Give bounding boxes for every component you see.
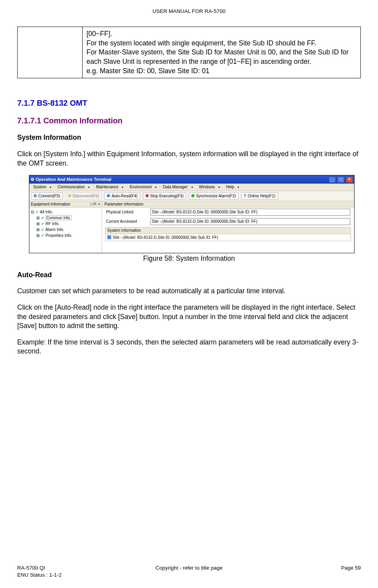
window-title: Operation And Maintenance Terminal [36,177,112,182]
physical-linked-label: Physical Linked [106,209,147,215]
right-pane-title: Parameter Information [102,201,354,208]
footer-doc-id: RA-5700 QI [17,565,61,572]
minimize-icon[interactable]: _ [329,177,336,183]
physical-linked-value[interactable]: Site --(Model: BS-8132-D,Site ID: 000000… [150,209,350,216]
heading-topic: System Information [17,133,361,142]
help-icon: ? [244,193,246,199]
tree-properties-info[interactable]: ⊞ ✔ Properties Info. [31,233,100,238]
connect-button[interactable]: Connect(F5) [31,192,63,200]
right-pane: Parameter Information Physical Linked Si… [102,201,354,253]
current-accessed-value[interactable]: Site --(Model: BS-8132-D,Site ID: 000000… [150,218,350,225]
window-titlebar[interactable]: ⚙ Operation And Maintenance Terminal _ □… [29,175,354,184]
heading-section: 7.1.7 BS-8132 OMT [17,98,361,108]
menu-windows[interactable]: Windows ▾ [197,184,222,190]
online-help-button[interactable]: ?Online Help(F1) [241,192,278,200]
table-content-cell: [00~FF]. For the system located with sin… [83,27,361,78]
paragraph: Customer can set which parameters to be … [17,287,361,296]
paragraph: Click on the [Auto-Read] node in the rig… [17,303,361,331]
connect-icon [34,194,37,197]
system-information-row[interactable]: Site --(Model: BS-8132-D,Site ID: 000000… [105,234,351,242]
paragraph: Example: If the time interval is 3 secon… [17,338,361,356]
left-pane: Equipment Information □ ⇱ × ⊟ ✔ All Info… [29,201,102,253]
embedded-screenshot: ⚙ Operation And Maintenance Terminal _ □… [29,175,355,253]
synchronize-alarm-button[interactable]: Synchronize Alarm(F2) [189,192,239,200]
equipment-tree: ⊟ ✔ All Info. ⊞ ✔ Common Info. ⊞ ✔ RF In… [29,207,102,240]
heading-topic: Auto-Read [17,271,361,280]
figure-caption: Figure 58: System Information [17,254,361,263]
left-pane-header: Equipment Information □ ⇱ × [29,201,102,208]
current-accessed-row: Current Accessed Site --(Model: BS-8132-… [102,217,354,226]
app-icon: ⚙ Operation And Maintenance Terminal [31,177,112,182]
heading-subsection: 7.1.7.1 Common Information [17,115,361,126]
table-label-cell [18,27,83,78]
footer-status: ENU Status : 1-1-2 [17,572,61,579]
tree-alarm-info[interactable]: ⊞ ✔ Alarm Info. [31,227,100,233]
footer-copyright: Copyright - refer to title page [17,565,361,572]
footer-left: RA-5700 QI ENU Status : 1-1-2 [17,565,61,579]
content-panes: Equipment Information □ ⇱ × ⊟ ✔ All Info… [29,201,354,253]
menu-bar: System ▾ Communication ▾ Maintenance ▾ E… [29,184,354,191]
stop-icon [146,194,149,197]
menu-maintenance[interactable]: Maintenance ▾ [94,184,126,190]
document-page: USER MANUAL FOR RA-5700 [00~FF]. For the… [0,0,378,588]
physical-linked-row: Physical Linked Site --(Model: BS-8132-D… [102,207,354,217]
site-icon [107,235,111,239]
page-header: USER MANUAL FOR RA-5700 [17,8,361,15]
menu-system[interactable]: System ▾ [31,184,54,190]
auto-read-button[interactable]: Auto-Read(F4) [104,192,140,200]
tree-root[interactable]: ⊟ ✔ All Info. [31,209,100,215]
disconnect-icon [68,194,71,197]
tree-common-info[interactable]: ⊞ ✔ Common Info. [31,215,100,221]
toolbar: Connect(F5) Disconnect(F6) Auto-Read(F4)… [29,191,354,201]
menu-help[interactable]: Help ▾ [224,184,241,190]
stop-executing-button[interactable]: Stop Executing(F3) [143,192,187,200]
close-icon[interactable]: × [346,177,353,183]
menu-data-manager[interactable]: Data Manager ▾ [160,184,195,190]
auto-read-icon [107,194,110,197]
tree-rf-info[interactable]: ⊞ ✔ RF Info. [31,221,100,227]
system-information-header: System Information [105,227,351,234]
current-accessed-label: Current Accessed [106,219,147,224]
system-information-value: Site --(Model: BS-8132-D,Site ID: 000000… [113,235,218,240]
left-pane-title: Equipment Information [31,202,70,207]
sync-icon [191,194,194,197]
info-table: [00~FF]. For the system located with sin… [17,27,361,78]
maximize-icon[interactable]: □ [337,177,344,183]
menu-environment[interactable]: Environment ▾ [127,184,159,190]
blank-area [102,242,354,253]
system-information-panel: System Information Site --(Model: BS-813… [105,227,351,241]
pane-controls[interactable]: □ ⇱ × [90,202,100,207]
paragraph: Click on [System Info.] within Equipment… [17,150,361,168]
disconnect-button[interactable]: Disconnect(F6) [65,192,102,200]
footer-page-number: Page 59 [341,565,361,579]
page-footer: RA-5700 QI ENU Status : 1-1-2 Copyright … [17,565,361,579]
window-controls: _ □ × [328,176,353,183]
menu-communication[interactable]: Communication ▾ [55,184,92,190]
